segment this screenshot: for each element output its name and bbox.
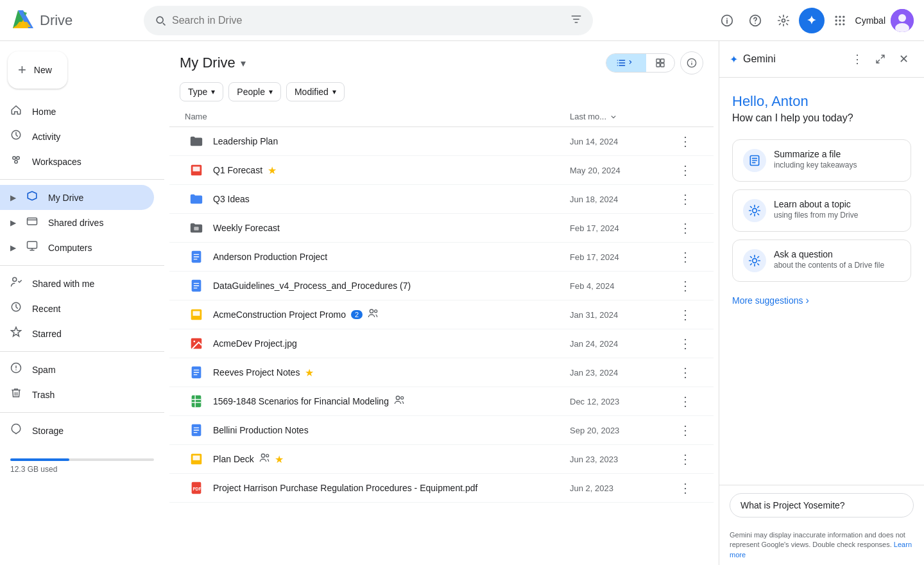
file-name: 1569-1848 Scenarios for Financial Modeli…	[213, 396, 389, 406]
trash-icon	[10, 387, 22, 402]
gemini-fab-btn[interactable]: ✦	[799, 8, 825, 33]
svg-rect-58	[193, 456, 200, 460]
more-options-btn[interactable]: ⋮	[675, 362, 696, 383]
table-row[interactable]: Plan Deck ★ Jun 23, 2023 ⋮	[169, 445, 714, 474]
more-options-btn[interactable]: ⋮	[675, 131, 696, 152]
filter-people-label: People	[237, 87, 265, 97]
gemini-close-btn[interactable]: ✕	[893, 49, 914, 69]
sidebar-item-workspaces[interactable]: Workspaces	[0, 149, 154, 174]
support-icon-btn[interactable]	[714, 8, 740, 33]
gemini-expand-btn[interactable]	[870, 49, 891, 69]
settings-icon-btn[interactable]	[771, 8, 796, 33]
sidebar-item-computers-label: Computers	[48, 243, 92, 253]
more-options-btn[interactable]: ⋮	[675, 304, 696, 325]
table-row[interactable]: Anderson Production Project Feb 17, 2024…	[169, 243, 714, 272]
table-row[interactable]: AcmeConstruction Project Promo 2 Jan 31,…	[169, 300, 714, 329]
table-row[interactable]: PDF Project Harrison Purchase Regulation…	[169, 474, 714, 503]
file-name: Anderson Production Project	[213, 252, 327, 262]
gemini-more-btn[interactable]: ⋮	[847, 49, 868, 69]
file-name-area: DataGuidelines_v4_Process_and_Procedures…	[208, 281, 570, 291]
file-more: ⋮	[672, 160, 698, 180]
grid-view-btn[interactable]	[646, 54, 674, 72]
sidebar-item-activity[interactable]: Activity	[0, 124, 154, 149]
suggestion-card-ask[interactable]: Ask a question about the contents of a D…	[732, 239, 911, 282]
sidebar-item-my-drive[interactable]: ▶ My Drive	[0, 185, 154, 210]
file-name-area: Plan Deck ★	[208, 453, 570, 465]
more-options-btn[interactable]: ⋮	[675, 189, 696, 209]
table-row[interactable]: Reeves Project Notes ★ Jan 23, 2024 ⋮	[169, 358, 714, 387]
file-name: Reeves Project Notes	[213, 367, 300, 378]
sidebar-item-starred[interactable]: Starred	[0, 321, 154, 346]
new-button[interactable]: + New	[8, 51, 67, 89]
file-icon-pdf: PDF	[185, 481, 208, 495]
new-button-label: New	[34, 65, 52, 75]
table-row[interactable]: Bellini Production Notes Sep 20, 2023 ⋮	[169, 416, 714, 445]
filter-icon[interactable]	[570, 13, 583, 28]
sidebar-item-spam[interactable]: Spam	[0, 357, 154, 382]
more-options-btn[interactable]: ⋮	[675, 333, 696, 354]
svg-point-15	[839, 19, 841, 21]
storage-icon	[10, 423, 22, 438]
more-options-btn[interactable]: ⋮	[675, 478, 696, 498]
file-date: Jun 14, 2024	[570, 137, 672, 146]
info-btn[interactable]	[680, 51, 703, 74]
table-row[interactable]: Q1 Forecast ★ May 20, 2024 ⋮	[169, 156, 714, 185]
svg-point-17	[835, 23, 837, 25]
svg-point-12	[839, 15, 841, 17]
more-options-btn[interactable]: ⋮	[675, 247, 696, 267]
search-bar[interactable]	[144, 6, 593, 35]
table-row[interactable]: 1569-1848 Scenarios for Financial Modeli…	[169, 387, 714, 416]
sidebar-item-shared-drives[interactable]: ▶ Shared drives	[0, 210, 154, 235]
sidebar-item-storage[interactable]: Storage	[0, 418, 154, 443]
more-suggestions-link[interactable]: More suggestions ›	[732, 290, 911, 311]
sidebar-item-trash[interactable]: Trash	[0, 382, 154, 407]
apps-icon-btn[interactable]	[827, 8, 853, 33]
svg-point-25	[17, 157, 20, 160]
more-options-btn[interactable]: ⋮	[675, 449, 696, 469]
file-more: ⋮	[672, 478, 698, 498]
gemini-panel: ✦ Gemini ⋮ ✕ Hello, Anton How can I help…	[719, 41, 924, 565]
suggestion-summarize-sub: including key takeaways	[774, 161, 857, 170]
svg-point-26	[15, 161, 18, 164]
account-name[interactable]: Cymbal	[855, 15, 886, 26]
sidebar-item-home[interactable]: Home	[0, 99, 154, 124]
list-view-btn[interactable]	[606, 54, 646, 72]
gemini-input-area[interactable]: What is Project Yosemite?	[719, 485, 924, 525]
col-name-header[interactable]: Name	[185, 112, 570, 121]
filter-type[interactable]: Type ▾	[180, 82, 223, 101]
table-row[interactable]: AcmeDev Project.jpg Jan 24, 2024 ⋮	[169, 329, 714, 358]
drive-dropdown-arrow[interactable]: ▾	[241, 57, 246, 69]
sidebar-item-shared-with-me[interactable]: Shared with me	[0, 271, 154, 296]
more-options-btn[interactable]: ⋮	[675, 391, 696, 412]
sidebar-item-computers[interactable]: ▶ Computers	[0, 235, 154, 260]
more-options-btn[interactable]: ⋮	[675, 275, 696, 296]
help-icon-btn[interactable]	[742, 8, 768, 33]
more-options-btn[interactable]: ⋮	[675, 160, 696, 180]
file-date: Jan 31, 2024	[570, 310, 672, 320]
filter-modified-arrow: ▾	[332, 87, 336, 96]
suggestion-card-learn[interactable]: Learn about a topic using files from my …	[732, 189, 911, 232]
search-input[interactable]	[172, 15, 565, 26]
sidebar-item-recent[interactable]: Recent	[0, 296, 154, 321]
svg-point-16	[843, 19, 844, 21]
avatar[interactable]	[891, 9, 914, 32]
gemini-input-box[interactable]: What is Project Yosemite?	[730, 493, 914, 517]
suggestion-card-summarize[interactable]: Summarize a file including key takeaways	[732, 139, 911, 182]
filter-modified[interactable]: Modified ▾	[286, 82, 345, 101]
more-options-btn[interactable]: ⋮	[675, 420, 696, 440]
col-date-header[interactable]: Last mo...	[570, 112, 672, 121]
learn-icon	[743, 199, 766, 222]
table-row[interactable]: Q3 Ideas Jun 18, 2024 ⋮	[169, 185, 714, 214]
file-name-area: Bellini Production Notes	[208, 425, 570, 435]
suggestion-summarize-title: Summarize a file	[774, 149, 857, 159]
svg-point-48	[193, 340, 195, 342]
sidebar-item-starred-label: Starred	[32, 329, 62, 339]
expand-arrow-computers: ▶	[10, 243, 16, 252]
svg-point-46	[375, 310, 377, 313]
more-options-btn[interactable]: ⋮	[675, 218, 696, 238]
file-icon-folder-blue	[185, 192, 208, 206]
table-row[interactable]: DataGuidelines_v4_Process_and_Procedures…	[169, 272, 714, 300]
table-row[interactable]: Weekly Forecast Feb 17, 2024 ⋮	[169, 214, 714, 243]
filter-people[interactable]: People ▾	[228, 82, 281, 101]
table-row[interactable]: Leadership Plan Jun 14, 2024 ⋮	[169, 127, 714, 156]
